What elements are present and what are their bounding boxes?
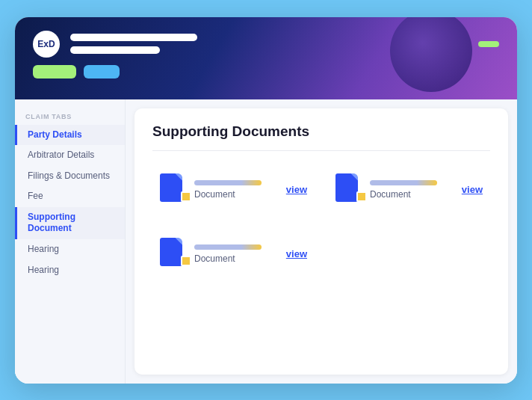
header: ExD: [15, 17, 517, 99]
doc-top-2: Document view: [335, 173, 483, 206]
document-icon-2: [335, 173, 362, 206]
sidebar: CLAIM TABS Party Details Arbitrator Deta…: [15, 99, 126, 384]
sidebar-item-arbitrator-details[interactable]: Arbitrator Details: [15, 145, 125, 166]
doc-bar-1: [194, 180, 262, 185]
doc-icon-body-3: [160, 238, 182, 266]
header-btn-blue[interactable]: [84, 65, 120, 79]
page-title: Supporting Documents: [152, 123, 490, 151]
doc-label-3: Document: [194, 253, 279, 264]
header-badge: [478, 41, 499, 47]
sidebar-item-hearing-2[interactable]: Hearing: [15, 260, 125, 281]
avatar: ExD: [33, 31, 60, 58]
planet-decoration: [390, 17, 472, 92]
content-panel: Supporting Documents Document view: [134, 108, 508, 375]
doc-view-button-3[interactable]: view: [286, 248, 307, 259]
sidebar-item-hearing-1[interactable]: Hearing: [15, 239, 125, 260]
sidebar-item-supporting-document[interactable]: Supporting Document: [15, 207, 125, 239]
doc-info-1: Document: [194, 180, 279, 200]
doc-icon-stripe-2: [356, 191, 367, 202]
header-line-2: [70, 46, 160, 54]
doc-icon-stripe-3: [181, 256, 191, 266]
doc-info-3: Document: [194, 244, 279, 264]
sidebar-section-label: CLAIM TABS: [15, 113, 125, 125]
sidebar-item-party-details[interactable]: Party Details: [15, 125, 125, 146]
sidebar-item-filings-documents[interactable]: Filings & Documents: [15, 166, 125, 187]
doc-icon-stripe-1: [181, 191, 191, 202]
header-lines: [70, 34, 197, 54]
doc-view-button-1[interactable]: view: [286, 184, 307, 195]
doc-label-1: Document: [194, 189, 279, 200]
doc-bar-3: [194, 244, 262, 250]
documents-grid: Document view Document: [152, 164, 490, 280]
doc-bar-2: [370, 180, 437, 185]
device-frame: ExD CLAIM TABS Party Details Arbitrator …: [15, 17, 517, 384]
document-card-1: Document view: [152, 164, 315, 215]
sidebar-item-fee[interactable]: Fee: [15, 186, 125, 207]
doc-top-1: Document view: [160, 173, 307, 206]
doc-info-2: Document: [370, 180, 454, 200]
doc-top-3: Document view: [160, 238, 307, 271]
doc-label-2: Document: [370, 189, 454, 200]
document-icon-1: [160, 173, 187, 206]
header-btn-green[interactable]: [33, 65, 76, 79]
header-left: ExD: [33, 31, 197, 58]
document-icon-3: [160, 238, 187, 271]
document-card-2: Document view: [328, 164, 490, 215]
document-card-3: Document view: [152, 229, 315, 280]
header-line-1: [70, 34, 197, 41]
doc-icon-body-2: [335, 173, 358, 202]
doc-icon-body-1: [160, 173, 182, 202]
main-body: CLAIM TABS Party Details Arbitrator Deta…: [15, 99, 517, 384]
doc-view-button-2[interactable]: view: [462, 184, 483, 195]
